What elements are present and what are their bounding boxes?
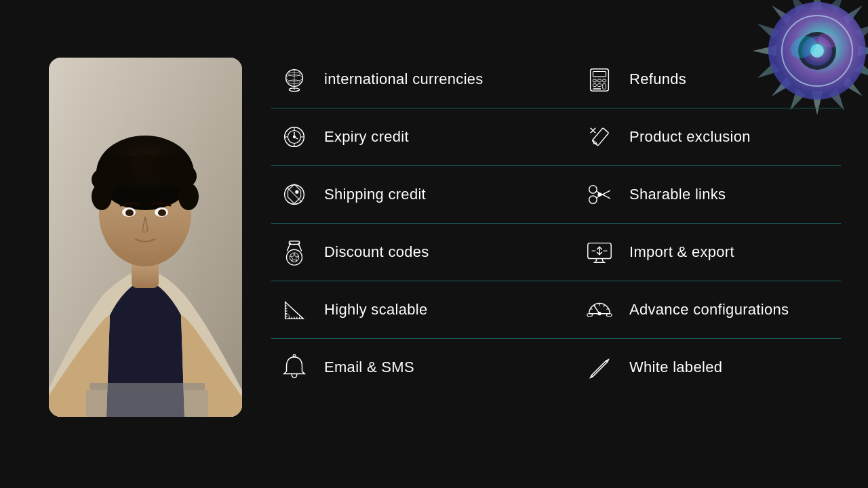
- import-export-label: Import & export: [629, 243, 734, 261]
- svg-point-17: [125, 230, 165, 254]
- medal-icon: [278, 236, 311, 268]
- email-sms-label: Email & SMS: [324, 359, 414, 376]
- svg-line-87: [595, 259, 597, 263]
- features-grid: international currencies Refunds: [271, 51, 841, 396]
- feature-advance-configurations: Advance configurations: [556, 281, 841, 339]
- expiry-credit-label: Expiry credit: [324, 128, 409, 146]
- feature-highly-scalable: Highly scalable: [271, 281, 556, 339]
- product-exclusion-label: Product exclusion: [629, 128, 751, 146]
- highly-scalable-label: Highly scalable: [324, 301, 427, 319]
- globe-icon: [278, 63, 311, 96]
- svg-rect-111: [587, 314, 593, 317]
- svg-rect-19: [86, 390, 208, 417]
- svg-point-12: [178, 183, 199, 210]
- feature-shipping-credit: Shipping credit: [271, 166, 556, 224]
- svg-rect-51: [593, 72, 606, 77]
- svg-point-75: [589, 196, 597, 203]
- svg-line-106: [591, 308, 593, 309]
- white-labeled-label: White labeled: [629, 359, 722, 376]
- scissors-icon: [583, 178, 616, 211]
- screen-arrows-icon: [583, 236, 616, 268]
- shipping-credit-label: Shipping credit: [324, 186, 426, 203]
- feature-discount-codes: Discount codes: [271, 224, 556, 281]
- ruler-compass-icon: [583, 293, 616, 326]
- feature-product-exclusion: Product exclusion: [556, 108, 841, 166]
- svg-line-88: [602, 259, 604, 263]
- sharable-links-label: Sharable links: [629, 186, 726, 203]
- international-currencies-label: international currencies: [324, 70, 484, 88]
- refunds-label: Refunds: [629, 70, 686, 88]
- svg-rect-18: [90, 383, 205, 390]
- svg-marker-85: [290, 253, 298, 261]
- svg-rect-56: [598, 84, 601, 87]
- svg-point-83: [287, 249, 302, 265]
- person-photo-card: [49, 58, 242, 417]
- clock-target-icon: [278, 121, 311, 153]
- discount-codes-label: Discount codes: [324, 243, 429, 261]
- feature-import-export: Import & export: [556, 224, 841, 281]
- svg-rect-54: [603, 79, 606, 82]
- svg-point-79: [598, 193, 601, 196]
- svg-rect-55: [593, 84, 596, 87]
- svg-line-108: [607, 308, 609, 309]
- svg-point-76: [589, 186, 597, 193]
- tag-slash-icon: [278, 178, 311, 211]
- svg-rect-112: [607, 314, 612, 317]
- calculator-icon: [583, 63, 616, 96]
- svg-rect-53: [598, 79, 601, 82]
- svg-point-63: [294, 136, 296, 138]
- svg-line-115: [592, 362, 605, 375]
- svg-point-74: [296, 190, 298, 193]
- svg-rect-57: [603, 84, 606, 89]
- svg-point-15: [125, 209, 134, 216]
- svg-point-16: [158, 209, 166, 216]
- bell-icon: [278, 351, 311, 384]
- svg-point-110: [598, 312, 601, 315]
- svg-rect-58: [593, 88, 600, 89]
- feature-expiry-credit: Expiry credit: [271, 108, 556, 166]
- feature-sharable-links: Sharable links: [556, 166, 841, 224]
- feature-white-labeled: White labeled: [556, 339, 841, 396]
- feature-international-currencies: international currencies: [271, 51, 556, 108]
- svg-rect-52: [593, 79, 596, 82]
- feature-refunds: Refunds: [556, 51, 841, 108]
- feature-email-sms: Email & SMS: [271, 339, 556, 396]
- advance-configurations-label: Advance configurations: [629, 301, 789, 319]
- scale-icon: [278, 293, 311, 326]
- pen-icon: [583, 351, 616, 384]
- svg-point-11: [92, 183, 112, 210]
- pencil-cross-icon: [583, 121, 616, 153]
- svg-line-107: [604, 304, 604, 306]
- svg-rect-68: [592, 128, 609, 146]
